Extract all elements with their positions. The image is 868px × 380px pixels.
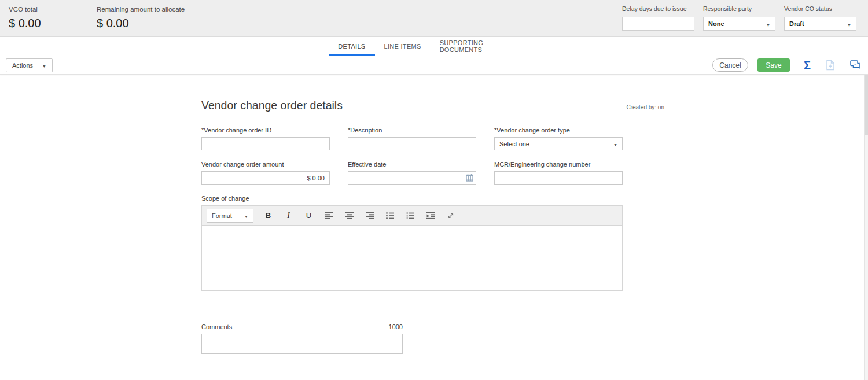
vco-type-label: *Vendor change order type — [494, 127, 623, 134]
indent-icon[interactable] — [420, 209, 440, 223]
description-label: *Description — [348, 127, 476, 134]
scope-of-change-label: Scope of change — [201, 195, 623, 202]
delay-days-label: Delay days due to issue — [622, 5, 694, 12]
effective-date-input[interactable] — [348, 171, 476, 185]
bullet-list-icon[interactable] — [380, 209, 400, 223]
rich-text-editor: Format B I U — [201, 205, 623, 291]
responsible-party-select[interactable]: None — [703, 17, 775, 31]
amount-label: Vendor change order amount — [201, 161, 330, 168]
vco-total-value: $ 0.00 — [9, 17, 88, 30]
mcr-number-label: MCR/Engineering change number — [494, 161, 623, 168]
scope-of-change-textbox[interactable] — [202, 226, 622, 290]
vco-type-value: Select one — [499, 141, 529, 147]
responsible-party-label: Responsible party — [703, 5, 775, 12]
page-title: Vendor change order details — [201, 99, 343, 112]
remaining-amount-value: $ 0.00 — [97, 17, 185, 30]
vertical-scrollbar[interactable] — [864, 75, 868, 380]
editor-toolbar: Format B I U — [202, 206, 622, 226]
responsible-party-value: None — [708, 20, 724, 27]
chevron-down-icon — [847, 19, 851, 29]
actions-label: Actions — [12, 62, 33, 69]
description-input[interactable] — [348, 137, 476, 150]
chevron-down-icon — [766, 19, 770, 29]
scrollbar-thumb[interactable] — [865, 75, 868, 135]
comments-label: Comments — [201, 323, 232, 330]
vco-total-label: VCO total — [9, 6, 88, 13]
action-toolbar: Actions Cancel Save Σ — [0, 56, 868, 75]
calendar-icon[interactable] — [466, 174, 473, 182]
format-label: Format — [212, 212, 232, 219]
expand-icon[interactable] — [440, 209, 461, 223]
comments-icon[interactable] — [850, 60, 861, 70]
created-by-text: Created by: on — [626, 104, 664, 112]
mcr-number-input[interactable] — [494, 171, 623, 185]
tab-details-label: DETAILS — [338, 43, 365, 50]
delay-days-input[interactable] — [622, 17, 694, 31]
actions-dropdown[interactable]: Actions — [6, 58, 53, 72]
remaining-amount-label: Remaining amount to allocate — [97, 6, 185, 13]
bold-button[interactable]: B — [258, 209, 278, 223]
effective-date-label: Effective date — [348, 161, 476, 168]
tab-details[interactable]: DETAILS — [329, 37, 374, 56]
italic-button[interactable]: I — [278, 209, 299, 223]
cancel-button[interactable]: Cancel — [712, 58, 748, 72]
summary-bar: VCO total $ 0.00 Remaining amount to all… — [0, 0, 868, 37]
align-left-icon[interactable] — [319, 209, 339, 223]
comments-char-counter: 1000 — [389, 323, 403, 330]
chevron-down-icon — [613, 141, 617, 147]
chevron-down-icon — [42, 62, 46, 69]
vendor-co-status-select[interactable]: Draft — [784, 17, 856, 31]
comments-textarea[interactable] — [201, 334, 403, 354]
tab-line-items-label: LINE ITEMS — [384, 43, 421, 50]
vco-type-select[interactable]: Select one — [494, 137, 623, 150]
heading-divider — [201, 115, 664, 115]
vendor-co-status-label: Vendor CO status — [784, 5, 856, 12]
chevron-down-icon — [244, 212, 248, 219]
underline-button[interactable]: U — [299, 209, 319, 223]
tab-supporting-documents[interactable]: SUPPORTING DOCUMENTS — [431, 37, 491, 56]
vendor-co-status-value: Draft — [789, 20, 804, 27]
remaining-amount-stat: Remaining amount to allocate $ 0.00 — [97, 6, 185, 36]
details-panel: Vendor change order details Created by: … — [201, 99, 664, 356]
align-center-icon[interactable] — [339, 209, 359, 223]
save-button[interactable]: Save — [757, 58, 790, 72]
amount-input[interactable] — [201, 171, 330, 185]
sum-icon[interactable]: Σ — [804, 60, 811, 71]
vco-total-stat: VCO total $ 0.00 — [9, 6, 88, 36]
numbered-list-icon[interactable] — [400, 209, 420, 223]
tab-supporting-documents-label: SUPPORTING DOCUMENTS — [440, 39, 481, 53]
tab-bar: DETAILS LINE ITEMS SUPPORTING DOCUMENTS — [0, 37, 868, 56]
align-right-icon[interactable] — [359, 209, 380, 223]
tab-line-items[interactable]: LINE ITEMS — [375, 37, 431, 56]
vco-id-input[interactable] — [201, 137, 330, 150]
add-document-icon — [826, 60, 835, 71]
format-dropdown[interactable]: Format — [207, 209, 253, 223]
vco-id-label: *Vendor change order ID — [201, 127, 330, 134]
